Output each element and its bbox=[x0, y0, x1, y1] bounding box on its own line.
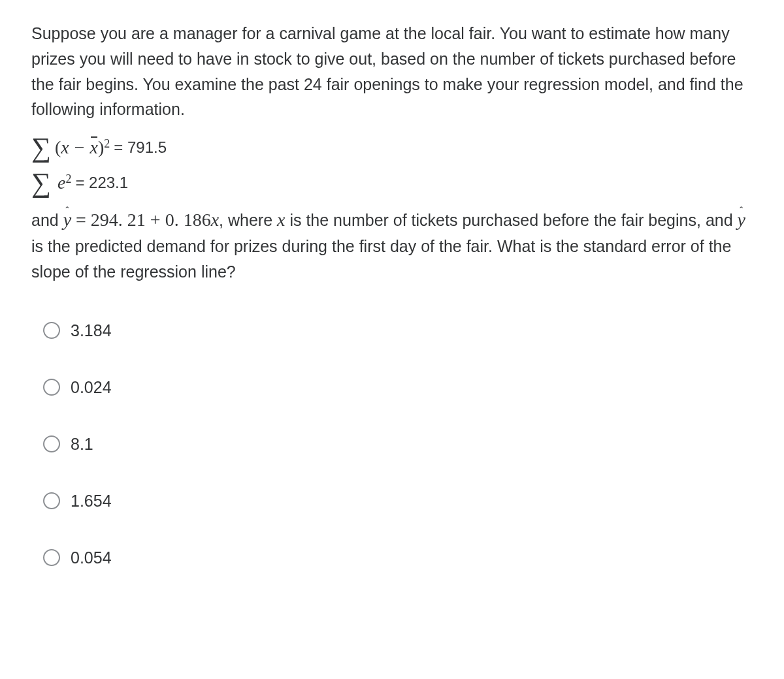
radio-icon[interactable] bbox=[43, 549, 60, 566]
x-bar-symbol: x bbox=[90, 137, 98, 158]
sigma-icon: ∑ bbox=[31, 169, 51, 197]
question-intro: Suppose you are a manager for a carnival… bbox=[31, 21, 753, 122]
option-label: 1.654 bbox=[71, 492, 112, 511]
sum-x-squared-value: = 791.5 bbox=[114, 138, 167, 157]
option-5[interactable]: 0.054 bbox=[43, 548, 753, 567]
sigma-icon: ∑ bbox=[31, 134, 51, 161]
y-hat-symbol: ˆy bbox=[63, 206, 71, 234]
option-label: 0.054 bbox=[71, 548, 112, 567]
option-label: 8.1 bbox=[71, 435, 93, 454]
radio-icon[interactable] bbox=[43, 435, 60, 452]
radio-icon[interactable] bbox=[43, 492, 60, 509]
question-container: Suppose you are a manager for a carnival… bbox=[0, 0, 784, 567]
option-label: 0.024 bbox=[71, 378, 112, 397]
equation-sum-x-squared: ∑ ( x − x ) 2 = 791.5 bbox=[31, 134, 753, 161]
option-3[interactable]: 8.1 bbox=[43, 435, 753, 454]
sum-e-squared-value: = 223.1 bbox=[75, 174, 128, 192]
option-1[interactable]: 3.184 bbox=[43, 321, 753, 340]
radio-icon[interactable] bbox=[43, 379, 60, 396]
option-4[interactable]: 1.654 bbox=[43, 492, 753, 511]
radio-icon[interactable] bbox=[43, 322, 60, 339]
option-2[interactable]: 0.024 bbox=[43, 378, 753, 397]
question-body: and ˆy = 294. 21 + 0. 186x, where x is t… bbox=[31, 206, 753, 285]
y-hat-symbol: ˆy bbox=[738, 206, 745, 234]
options-list: 3.184 0.024 8.1 1.654 0.054 bbox=[31, 321, 753, 567]
equation-sum-e-squared: ∑ e 2 = 223.1 bbox=[31, 169, 753, 197]
option-label: 3.184 bbox=[71, 321, 112, 340]
